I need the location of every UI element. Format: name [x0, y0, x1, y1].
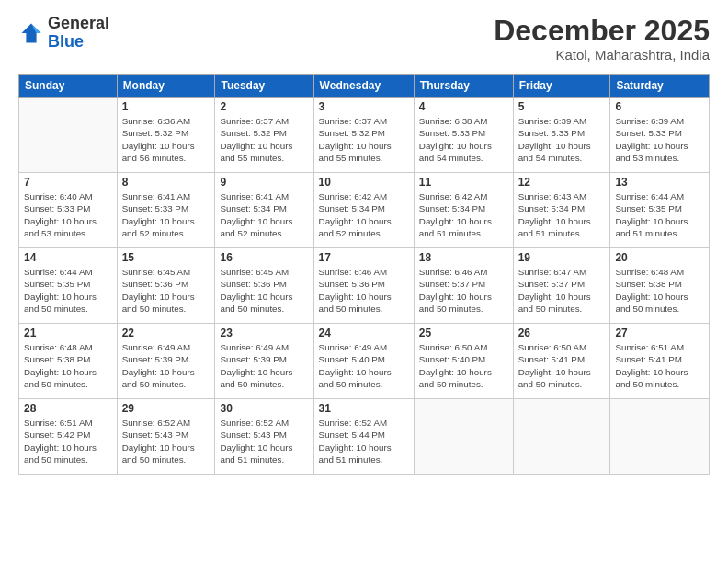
col-monday: Monday — [117, 75, 215, 98]
day-info: Sunrise: 6:41 AMSunset: 5:34 PMDaylight:… — [220, 190, 308, 239]
week-row-5: 28Sunrise: 6:51 AMSunset: 5:42 PMDayligh… — [19, 399, 710, 475]
week-row-1: 1Sunrise: 6:36 AMSunset: 5:32 PMDaylight… — [19, 98, 710, 173]
header: General Blue December 2025 Katol, Mahara… — [18, 15, 710, 63]
day-number: 28 — [24, 402, 112, 415]
day-number: 22 — [122, 327, 210, 339]
day-number: 20 — [615, 251, 704, 264]
cell-w4-d1: 21Sunrise: 6:48 AMSunset: 5:38 PMDayligh… — [19, 324, 118, 399]
day-number: 30 — [220, 402, 308, 415]
cell-w5-d2: 29Sunrise: 6:52 AMSunset: 5:43 PMDayligh… — [117, 399, 215, 475]
day-number: 31 — [319, 402, 409, 415]
day-number: 21 — [24, 327, 112, 339]
day-info: Sunrise: 6:45 AMSunset: 5:36 PMDaylight:… — [220, 266, 308, 315]
cell-w1-d7: 6Sunrise: 6:39 AMSunset: 5:33 PMDaylight… — [610, 98, 710, 173]
logo: General Blue — [18, 15, 109, 52]
day-number: 17 — [319, 251, 409, 264]
logo-blue-text: Blue — [48, 32, 84, 51]
col-friday: Friday — [513, 75, 610, 98]
day-info: Sunrise: 6:44 AMSunset: 5:35 PMDaylight:… — [615, 190, 704, 239]
day-info: Sunrise: 6:48 AMSunset: 5:38 PMDaylight:… — [24, 341, 112, 390]
cell-w3-d6: 19Sunrise: 6:47 AMSunset: 5:37 PMDayligh… — [513, 248, 610, 324]
day-info: Sunrise: 6:41 AMSunset: 5:33 PMDaylight:… — [122, 190, 210, 239]
cell-w4-d4: 24Sunrise: 6:49 AMSunset: 5:40 PMDayligh… — [313, 324, 414, 399]
day-number: 27 — [615, 327, 704, 339]
day-info: Sunrise: 6:39 AMSunset: 5:33 PMDaylight:… — [615, 115, 704, 164]
cell-w2-d3: 9Sunrise: 6:41 AMSunset: 5:34 PMDaylight… — [215, 173, 313, 248]
day-info: Sunrise: 6:38 AMSunset: 5:33 PMDaylight:… — [419, 115, 508, 164]
cell-w2-d1: 7Sunrise: 6:40 AMSunset: 5:33 PMDaylight… — [19, 173, 118, 248]
title-block: December 2025 Katol, Maharashtra, India — [494, 15, 710, 63]
day-info: Sunrise: 6:42 AMSunset: 5:34 PMDaylight:… — [419, 190, 508, 239]
logo-icon — [18, 20, 44, 46]
cell-w5-d3: 30Sunrise: 6:52 AMSunset: 5:43 PMDayligh… — [215, 399, 313, 475]
day-number: 26 — [518, 327, 606, 339]
cell-w3-d3: 16Sunrise: 6:45 AMSunset: 5:36 PMDayligh… — [215, 248, 313, 324]
day-number: 23 — [220, 327, 308, 339]
col-sunday: Sunday — [19, 75, 118, 98]
day-number: 14 — [24, 251, 112, 264]
day-number: 18 — [419, 251, 508, 264]
cell-w3-d1: 14Sunrise: 6:44 AMSunset: 5:35 PMDayligh… — [19, 248, 118, 324]
cell-w4-d7: 27Sunrise: 6:51 AMSunset: 5:41 PMDayligh… — [610, 324, 710, 399]
day-info: Sunrise: 6:52 AMSunset: 5:43 PMDaylight:… — [122, 417, 210, 465]
day-number: 4 — [419, 100, 508, 113]
cell-w5-d5 — [414, 399, 513, 475]
col-thursday: Thursday — [414, 75, 513, 98]
day-info: Sunrise: 6:43 AMSunset: 5:34 PMDaylight:… — [518, 190, 606, 239]
col-saturday: Saturday — [610, 75, 710, 98]
day-info: Sunrise: 6:45 AMSunset: 5:36 PMDaylight:… — [122, 266, 210, 315]
day-info: Sunrise: 6:37 AMSunset: 5:32 PMDaylight:… — [220, 115, 308, 164]
day-number: 7 — [24, 176, 112, 189]
day-number: 2 — [220, 100, 308, 113]
day-number: 8 — [122, 176, 210, 189]
day-info: Sunrise: 6:46 AMSunset: 5:36 PMDaylight:… — [319, 266, 409, 315]
day-number: 16 — [220, 251, 308, 264]
cell-w2-d6: 12Sunrise: 6:43 AMSunset: 5:34 PMDayligh… — [513, 173, 610, 248]
cell-w5-d6 — [513, 399, 610, 475]
week-row-2: 7Sunrise: 6:40 AMSunset: 5:33 PMDaylight… — [19, 173, 710, 248]
cell-w5-d7 — [610, 399, 710, 475]
cell-w2-d4: 10Sunrise: 6:42 AMSunset: 5:34 PMDayligh… — [313, 173, 414, 248]
cell-w1-d1 — [19, 98, 118, 173]
calendar: Sunday Monday Tuesday Wednesday Thursday… — [18, 74, 710, 475]
week-row-4: 21Sunrise: 6:48 AMSunset: 5:38 PMDayligh… — [19, 324, 710, 399]
day-info: Sunrise: 6:52 AMSunset: 5:44 PMDaylight:… — [319, 417, 409, 465]
location: Katol, Maharashtra, India — [494, 47, 710, 63]
day-number: 5 — [518, 100, 606, 113]
day-info: Sunrise: 6:49 AMSunset: 5:39 PMDaylight:… — [122, 341, 210, 390]
day-info: Sunrise: 6:39 AMSunset: 5:33 PMDaylight:… — [518, 115, 606, 164]
col-tuesday: Tuesday — [215, 75, 313, 98]
day-info: Sunrise: 6:46 AMSunset: 5:37 PMDaylight:… — [419, 266, 508, 315]
page-container: General Blue December 2025 Katol, Mahara… — [0, 0, 728, 484]
day-number: 6 — [615, 100, 704, 113]
cell-w4-d3: 23Sunrise: 6:49 AMSunset: 5:39 PMDayligh… — [215, 324, 313, 399]
logo-general-text: General — [48, 14, 109, 32]
cell-w1-d5: 4Sunrise: 6:38 AMSunset: 5:33 PMDaylight… — [414, 98, 513, 173]
day-number: 10 — [319, 176, 409, 189]
day-info: Sunrise: 6:48 AMSunset: 5:38 PMDaylight:… — [615, 266, 704, 315]
cell-w5-d1: 28Sunrise: 6:51 AMSunset: 5:42 PMDayligh… — [19, 399, 118, 475]
logo-text: General Blue — [48, 15, 109, 52]
day-info: Sunrise: 6:40 AMSunset: 5:33 PMDaylight:… — [24, 190, 112, 239]
day-info: Sunrise: 6:49 AMSunset: 5:39 PMDaylight:… — [220, 341, 308, 390]
day-number: 24 — [319, 327, 409, 339]
day-number: 25 — [419, 327, 508, 339]
day-number: 11 — [419, 176, 508, 189]
day-info: Sunrise: 6:52 AMSunset: 5:43 PMDaylight:… — [220, 417, 308, 465]
cell-w1-d6: 5Sunrise: 6:39 AMSunset: 5:33 PMDaylight… — [513, 98, 610, 173]
day-number: 19 — [518, 251, 606, 264]
day-info: Sunrise: 6:44 AMSunset: 5:35 PMDaylight:… — [24, 266, 112, 315]
col-wednesday: Wednesday — [313, 75, 414, 98]
cell-w1-d4: 3Sunrise: 6:37 AMSunset: 5:32 PMDaylight… — [313, 98, 414, 173]
day-number: 12 — [518, 176, 606, 189]
cell-w1-d2: 1Sunrise: 6:36 AMSunset: 5:32 PMDaylight… — [117, 98, 215, 173]
cell-w3-d5: 18Sunrise: 6:46 AMSunset: 5:37 PMDayligh… — [414, 248, 513, 324]
week-row-3: 14Sunrise: 6:44 AMSunset: 5:35 PMDayligh… — [19, 248, 710, 324]
day-number: 1 — [122, 100, 210, 113]
cell-w5-d4: 31Sunrise: 6:52 AMSunset: 5:44 PMDayligh… — [313, 399, 414, 475]
day-info: Sunrise: 6:42 AMSunset: 5:34 PMDaylight:… — [319, 190, 409, 239]
day-info: Sunrise: 6:49 AMSunset: 5:40 PMDaylight:… — [319, 341, 409, 390]
day-info: Sunrise: 6:51 AMSunset: 5:41 PMDaylight:… — [615, 341, 704, 390]
day-number: 3 — [319, 100, 409, 113]
cell-w2-d5: 11Sunrise: 6:42 AMSunset: 5:34 PMDayligh… — [414, 173, 513, 248]
